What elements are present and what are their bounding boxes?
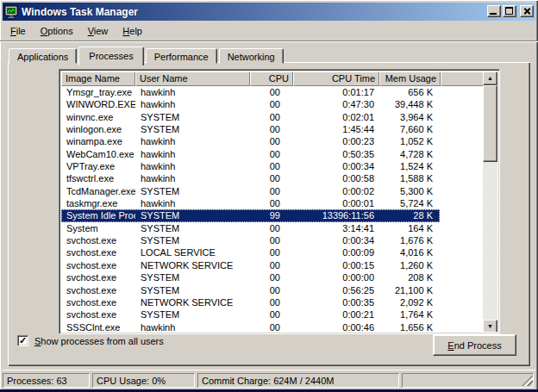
scrollbar-down-button[interactable]: ▼ <box>483 320 497 332</box>
column-header-image-name[interactable]: Image Name <box>61 72 135 86</box>
close-button[interactable] <box>520 5 534 17</box>
cell-cpu-time: 0:00:23 <box>293 135 379 147</box>
column-header-mem-usage[interactable]: Mem Usage <box>379 72 441 86</box>
process-row[interactable]: svchost.exe SYSTEM 00 0:00:00 208 K <box>61 271 440 283</box>
end-process-label: End Process <box>447 340 501 351</box>
process-row[interactable]: WINWORD.EXE hawkinh 00 0:47:30 39,448 K <box>61 98 440 110</box>
process-row[interactable]: winampa.exe hawkinh 00 0:00:23 1,052 K <box>61 135 440 147</box>
cell-cpu-time: 0:00:46 <box>293 321 379 332</box>
status-blank-panel <box>402 373 534 388</box>
column-header-cpu-time[interactable]: CPU Time <box>293 72 379 86</box>
cell-image-name: tfswctrl.exe <box>61 172 135 184</box>
tab-performance[interactable]: Performance <box>146 48 217 64</box>
cell-user-name: hawkinh <box>135 86 250 98</box>
cell-cpu-time: 1:45:44 <box>293 123 379 135</box>
cell-cpu: 00 <box>250 222 293 234</box>
process-row[interactable]: svchost.exe SYSTEM 00 0:00:34 1,676 K <box>61 234 440 246</box>
cell-cpu: 00 <box>250 321 293 332</box>
process-row[interactable]: Ymsgr_tray.exe hawkinh 00 0:01:17 656 K <box>61 86 440 98</box>
process-row[interactable]: System Idle Process SYSTEM 99 13396:11:5… <box>61 209 440 221</box>
cell-cpu-time: 0:00:00 <box>293 271 379 283</box>
minimize-button[interactable] <box>487 5 501 17</box>
process-row[interactable]: svchost.exe NETWORK SERVICE 00 0:00:15 1… <box>61 259 440 271</box>
process-row[interactable]: svchost.exe SYSTEM 00 0:00:21 1,764 K <box>61 308 440 320</box>
process-row[interactable]: winvnc.exe SYSTEM 00 0:02:01 3,964 K <box>61 111 440 123</box>
menu-separator <box>0 40 538 42</box>
tab-processes[interactable]: Processes <box>78 47 143 65</box>
menu-item-help[interactable]: Help <box>117 24 147 38</box>
cell-cpu: 00 <box>250 234 293 246</box>
cell-mem-usage: 1,764 K <box>379 308 441 320</box>
cell-cpu: 00 <box>250 271 293 283</box>
process-row[interactable]: System SYSTEM 00 3:14:41 164 K <box>61 222 440 234</box>
cell-user-name: NETWORK SERVICE <box>135 296 250 308</box>
app-icon <box>4 5 18 19</box>
cell-cpu-time: 0:00:15 <box>293 259 379 271</box>
cell-user-name: hawkinh <box>135 98 250 110</box>
process-row[interactable]: SSSClnt.exe hawkinh 00 0:00:46 1,656 K <box>61 321 440 332</box>
process-row[interactable]: winlogon.exe SYSTEM 00 1:45:44 7,660 K <box>61 123 440 135</box>
cell-image-name: svchost.exe <box>61 271 135 283</box>
tab-applications[interactable]: Applications <box>9 48 77 64</box>
cell-image-name: System <box>61 222 135 234</box>
column-header-user-name[interactable]: User Name <box>135 72 250 86</box>
cell-image-name: VPTray.exe <box>61 160 135 172</box>
cell-cpu-time: 0:00:01 <box>293 197 379 209</box>
show-all-users[interactable]: ✓ Show processes from all users <box>17 335 164 346</box>
process-row[interactable]: tfswctrl.exe hawkinh 00 0:00:58 1,588 K <box>61 172 440 184</box>
process-row[interactable]: taskmgr.exe hawkinh 00 0:00:01 5,724 K <box>61 197 440 209</box>
process-row[interactable]: VPTray.exe hawkinh 00 0:00:34 1,524 K <box>61 160 440 172</box>
column-header-cpu[interactable]: CPU <box>250 72 293 86</box>
cell-mem-usage: 4,728 K <box>379 148 441 160</box>
show-all-users-label: Show processes from all users <box>34 336 164 346</box>
cell-image-name: svchost.exe <box>61 284 135 296</box>
list-header: Image Name User Name CPU CPU Time Mem Us… <box>61 72 485 86</box>
titlebar[interactable]: Windows Task Manager <box>3 3 535 21</box>
cell-image-name: TcdManager.exe <box>61 185 135 197</box>
cell-mem-usage: 1,588 K <box>379 172 441 184</box>
cell-user-name: hawkinh <box>135 172 250 184</box>
cell-image-name: svchost.exe <box>61 234 135 246</box>
menu-item-options[interactable]: Options <box>35 24 78 38</box>
cell-image-name: Ymsgr_tray.exe <box>61 86 135 98</box>
cell-cpu-time: 0:01:17 <box>293 86 379 98</box>
show-all-users-checkbox[interactable]: ✓ <box>17 335 28 346</box>
cell-mem-usage: 7,660 K <box>379 123 441 135</box>
scrollbar-up-button[interactable]: ▲ <box>483 72 497 85</box>
cell-mem-usage: 2,092 K <box>379 296 441 308</box>
vertical-scrollbar: ▲ ▼ <box>483 72 497 332</box>
scrollbar-thumb[interactable] <box>483 85 497 162</box>
end-process-button[interactable]: End Process <box>433 334 516 356</box>
menu-item-view[interactable]: View <box>83 24 114 38</box>
status-cpu-usage: CPU Usage: 0% <box>92 373 195 388</box>
cell-mem-usage: 1,260 K <box>379 259 441 271</box>
cell-mem-usage: 208 K <box>379 271 441 283</box>
process-row[interactable]: TcdManager.exe SYSTEM 00 0:00:02 5,300 K <box>61 185 440 197</box>
cell-image-name: svchost.exe <box>61 246 135 258</box>
process-row[interactable]: svchost.exe LOCAL SERVICE 00 0:00:09 4,0… <box>61 246 440 258</box>
menu-item-file[interactable]: File <box>5 24 31 38</box>
tab-networking[interactable]: Networking <box>219 48 284 64</box>
maximize-button[interactable] <box>503 5 516 17</box>
cell-mem-usage: 5,724 K <box>379 197 441 209</box>
minimize-icon <box>490 13 497 15</box>
cell-image-name: WebCam10.exe <box>61 148 135 160</box>
cell-cpu-time: 0:00:58 <box>293 172 379 184</box>
process-list: Image Name User Name CPU CPU Time Mem Us… <box>59 69 500 334</box>
cell-cpu: 00 <box>250 284 293 296</box>
cell-cpu: 00 <box>250 111 293 123</box>
cell-image-name: winlogon.exe <box>61 123 135 135</box>
cell-cpu-time: 0:00:34 <box>293 160 379 172</box>
process-row[interactable]: WebCam10.exe hawkinh 00 0:50:35 4,728 K <box>61 148 440 160</box>
processes-tab-page: Image Name User Name CPU CPU Time Mem Us… <box>8 62 530 366</box>
cell-cpu-time: 0:00:34 <box>293 234 379 246</box>
cell-mem-usage: 1,676 K <box>379 234 441 246</box>
process-row[interactable]: svchost.exe NETWORK SERVICE 00 0:00:35 2… <box>61 296 440 308</box>
process-row[interactable]: svchost.exe SYSTEM 00 0:56:25 21,100 K <box>61 284 440 296</box>
cell-user-name: SYSTEM <box>135 209 250 221</box>
status-commit-charge: Commit Charge: 624M / 2440M <box>197 373 399 388</box>
cell-cpu: 00 <box>250 148 293 160</box>
cell-cpu: 00 <box>250 135 293 147</box>
cell-image-name: taskmgr.exe <box>61 197 135 209</box>
cell-cpu: 00 <box>250 86 293 98</box>
